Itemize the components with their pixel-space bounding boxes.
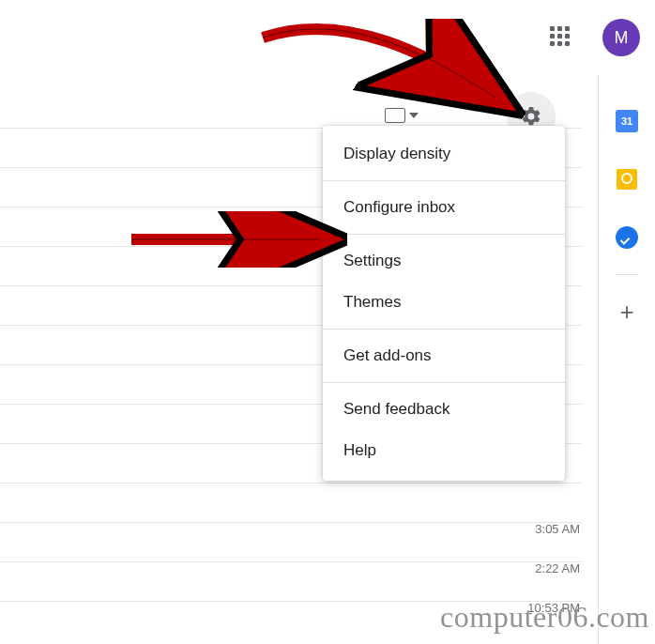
menu-separator xyxy=(323,329,565,330)
gear-icon xyxy=(520,105,542,128)
avatar-initial: M xyxy=(615,28,629,48)
account-avatar[interactable]: M xyxy=(602,19,640,56)
side-panel: 31 + xyxy=(598,75,655,644)
keep-addon-button[interactable] xyxy=(615,167,639,192)
get-addons-button[interactable]: + xyxy=(619,299,633,324)
keyboard-icon xyxy=(385,108,405,123)
menu-item-send-feedback[interactable]: Send feedback xyxy=(323,389,565,430)
tasks-icon xyxy=(616,226,638,249)
menu-item-themes[interactable]: Themes xyxy=(323,282,565,323)
message-time: 3:05 AM xyxy=(535,522,580,536)
menu-item-help[interactable]: Help xyxy=(323,430,565,471)
calendar-addon-button[interactable]: 31 xyxy=(615,109,639,133)
menu-item-display-density[interactable]: Display density xyxy=(323,133,565,175)
menu-separator xyxy=(323,234,565,235)
message-time: 2:22 AM xyxy=(535,561,580,575)
tasks-addon-button[interactable] xyxy=(615,225,639,250)
calendar-icon: 31 xyxy=(616,110,638,132)
google-apps-icon[interactable] xyxy=(550,26,571,47)
menu-item-settings[interactable]: Settings xyxy=(323,240,565,282)
keep-icon xyxy=(617,169,637,190)
settings-dropdown-menu: Display density Configure inbox Settings… xyxy=(323,126,565,481)
side-panel-separator xyxy=(616,274,638,275)
input-tools-button[interactable] xyxy=(385,103,422,128)
menu-item-get-addons[interactable]: Get add-ons xyxy=(323,335,565,376)
menu-separator xyxy=(323,180,565,181)
watermark-text: computer06.com xyxy=(440,600,649,635)
menu-item-configure-inbox[interactable]: Configure inbox xyxy=(323,187,565,228)
menu-separator xyxy=(323,382,565,383)
dropdown-caret-icon xyxy=(409,113,419,118)
